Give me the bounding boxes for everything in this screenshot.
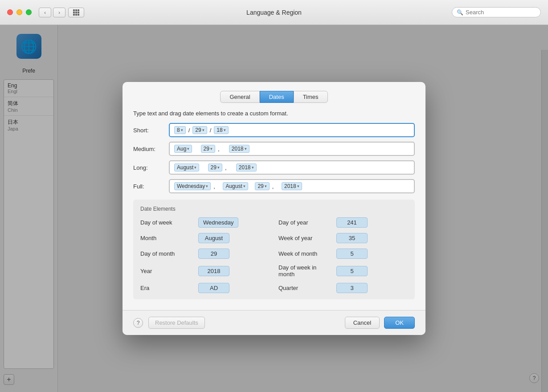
- search-input[interactable]: [466, 9, 536, 16]
- long-label: Long:: [133, 164, 169, 171]
- elements-grid: Day of week Wednesday Day of year 241 Mo…: [140, 217, 408, 293]
- date-elements-title: Date Elements: [140, 206, 408, 212]
- element-label-year: Year: [140, 268, 194, 274]
- search-icon: 🔍: [457, 9, 463, 16]
- full-sep-1: ,: [213, 183, 216, 190]
- long-sep-2: ,: [224, 164, 228, 171]
- element-label-doy: Day of year: [278, 219, 332, 226]
- element-row-era: Era AD: [140, 283, 270, 293]
- dialog-footer: ? Restore Defaults Cancel OK: [123, 310, 425, 335]
- full-format-row: Full: Wednesday ▾ , August ▾ 29 ▾ , 2018…: [133, 179, 415, 193]
- help-button[interactable]: ?: [133, 318, 143, 328]
- medium-format-field[interactable]: Aug ▾ 29 ▾ , 2018 ▾: [169, 142, 415, 156]
- restore-defaults-button[interactable]: Restore Defaults: [148, 317, 205, 329]
- medium-sep-3: [222, 146, 227, 152]
- full-sep-3: [250, 183, 254, 190]
- short-token-month[interactable]: 8 ▾: [174, 126, 186, 134]
- full-sep-5: [276, 183, 280, 190]
- short-token-year[interactable]: 18 ▾: [214, 126, 228, 134]
- window-title: Language & Region: [246, 9, 302, 16]
- element-row-woy: Week of year 35: [278, 233, 408, 243]
- short-token-day[interactable]: 29 ▾: [192, 126, 207, 134]
- long-token-year[interactable]: 2018 ▾: [236, 163, 257, 172]
- element-label-dowim: Day of week in month: [278, 264, 332, 278]
- full-token-weekday[interactable]: Wednesday ▾: [174, 182, 211, 190]
- medium-sep-2: ,: [217, 146, 221, 152]
- back-button[interactable]: ‹: [39, 8, 51, 17]
- element-value-dow[interactable]: Wednesday: [198, 217, 238, 228]
- ok-button[interactable]: OK: [384, 317, 415, 329]
- short-sep-2: /: [209, 127, 213, 134]
- close-button[interactable]: [7, 9, 13, 15]
- tab-times[interactable]: Times: [294, 91, 328, 103]
- forward-button[interactable]: ›: [53, 8, 65, 17]
- medium-sep-1: [194, 146, 199, 152]
- long-token-day[interactable]: 29 ▾: [208, 163, 222, 172]
- full-token-year[interactable]: 2018 ▾: [282, 182, 302, 190]
- full-sep-4: ,: [271, 183, 275, 190]
- nav-buttons: ‹ ›: [39, 8, 65, 17]
- maximize-button[interactable]: [26, 9, 32, 15]
- element-row-dom: Day of month 29: [140, 249, 270, 259]
- element-label-woy: Week of year: [278, 235, 332, 241]
- long-sep-1: [201, 164, 206, 171]
- short-format-field[interactable]: 8 ▾ / 29 ▾ / 18 ▾: [169, 123, 415, 137]
- element-row-dowim: Day of week in month 5: [278, 264, 408, 278]
- element-label-wom: Week of month: [278, 250, 332, 257]
- tab-bar: General Dates Times: [133, 91, 415, 103]
- grid-button[interactable]: [68, 8, 84, 17]
- minimize-button[interactable]: [16, 9, 22, 15]
- tab-dates[interactable]: Dates: [260, 91, 294, 103]
- medium-token-year[interactable]: 2018 ▾: [229, 145, 249, 153]
- instruction-text: Type text and drag date elements to crea…: [133, 110, 415, 117]
- element-value-dowim[interactable]: 5: [336, 266, 368, 276]
- medium-format-row: Medium: Aug ▾ 29 ▾ , 2018 ▾: [133, 142, 415, 156]
- medium-token-month[interactable]: Aug ▾: [174, 145, 192, 153]
- full-token-month[interactable]: August ▾: [223, 182, 248, 190]
- long-token-month[interactable]: August ▾: [174, 163, 199, 172]
- dialog: General Dates Times Type text and drag d…: [123, 82, 425, 335]
- titlebar: ‹ › Language & Region 🔍: [0, 0, 548, 25]
- search-box[interactable]: 🔍: [452, 7, 541, 17]
- short-format-row: Short: 8 ▾ / 29 ▾ / 18 ▾: [133, 123, 415, 137]
- full-token-day[interactable]: 29 ▾: [255, 182, 269, 190]
- element-label-quarter: Quarter: [278, 285, 332, 291]
- element-label-dom: Day of month: [140, 250, 194, 257]
- element-value-year[interactable]: 2018: [198, 266, 229, 276]
- medium-label: Medium:: [133, 146, 169, 152]
- date-elements-section: Date Elements Day of week Wednesday Day …: [133, 200, 415, 299]
- full-format-field[interactable]: Wednesday ▾ , August ▾ 29 ▾ , 2018 ▾: [169, 179, 415, 193]
- long-format-field[interactable]: August ▾ 29 ▾ , 2018 ▾: [169, 160, 415, 175]
- element-row-wom: Week of month 5: [278, 249, 408, 259]
- dialog-overlay: General Dates Times Type text and drag d…: [0, 25, 548, 392]
- element-label-dow: Day of week: [140, 219, 194, 226]
- grid-icon: [73, 9, 79, 16]
- element-value-month[interactable]: August: [198, 233, 229, 243]
- long-format-row: Long: August ▾ 29 ▾ , 2018 ▾: [133, 160, 415, 175]
- full-sep-2: [218, 183, 221, 190]
- medium-token-day[interactable]: 29 ▾: [201, 145, 215, 153]
- long-sep-3: [229, 164, 234, 171]
- element-label-era: Era: [140, 285, 194, 291]
- element-value-quarter[interactable]: 3: [336, 283, 368, 293]
- element-row-month: Month August: [140, 233, 270, 243]
- tab-general[interactable]: General: [220, 91, 259, 103]
- short-label: Short:: [133, 127, 169, 134]
- element-label-month: Month: [140, 235, 194, 241]
- cancel-button[interactable]: Cancel: [345, 317, 380, 329]
- element-row-year: Year 2018: [140, 264, 270, 278]
- element-value-dom[interactable]: 29: [198, 249, 229, 259]
- short-sep-1: /: [188, 127, 191, 134]
- element-value-woy[interactable]: 35: [336, 233, 368, 243]
- element-row-dow: Day of week Wednesday: [140, 217, 270, 228]
- full-label: Full:: [133, 183, 169, 190]
- element-row-quarter: Quarter 3: [278, 283, 408, 293]
- window-controls: [7, 9, 32, 15]
- element-value-era[interactable]: AD: [198, 283, 229, 293]
- dialog-content: General Dates Times Type text and drag d…: [123, 82, 425, 310]
- element-value-doy[interactable]: 241: [336, 217, 368, 228]
- element-value-wom[interactable]: 5: [336, 249, 368, 259]
- element-row-doy: Day of year 241: [278, 217, 408, 228]
